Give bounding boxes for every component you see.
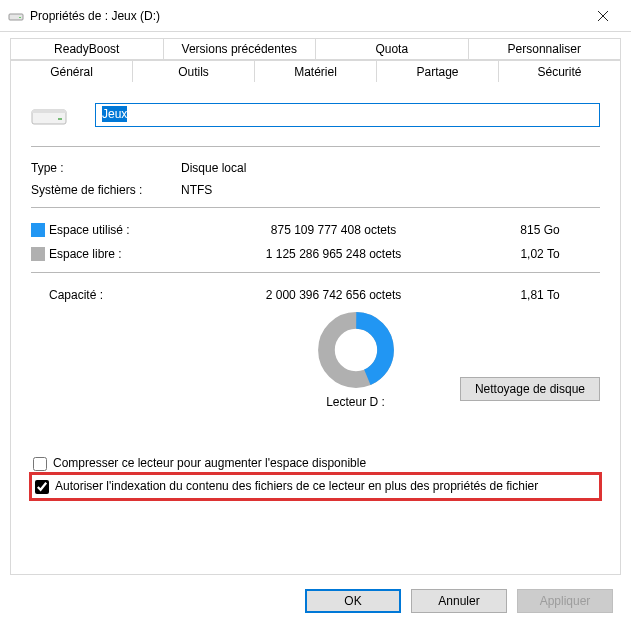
svg-rect-5	[32, 110, 66, 113]
drive-label: Lecteur D :	[326, 395, 385, 409]
svg-rect-1	[19, 17, 21, 18]
title-bar: Propriétés de : Jeux (D:)	[0, 0, 631, 32]
tab-customize[interactable]: Personnaliser	[469, 38, 622, 60]
capacity-bytes: 2 000 396 742 656 octets	[187, 288, 480, 302]
compress-checkbox-row[interactable]: Compresser ce lecteur pour augmenter l'e…	[31, 453, 600, 474]
compress-label: Compresser ce lecteur pour augmenter l'e…	[53, 456, 366, 470]
free-bytes: 1 125 286 965 248 octets	[187, 247, 480, 261]
cancel-button[interactable]: Annuler	[411, 589, 507, 613]
tab-tools[interactable]: Outils	[133, 60, 255, 82]
index-checkbox[interactable]	[35, 480, 49, 494]
filesystem-value: NTFS	[181, 183, 600, 197]
general-pane: Jeux Type : Disque local Système de fich…	[10, 82, 621, 575]
svg-rect-6	[58, 118, 62, 120]
used-human: 815 Go	[480, 223, 600, 237]
type-label: Type :	[31, 161, 181, 175]
divider	[31, 272, 600, 273]
disk-cleanup-button[interactable]: Nettoyage de disque	[460, 377, 600, 401]
drive-icon	[8, 8, 24, 24]
drive-name-value: Jeux	[102, 106, 127, 122]
dialog-footer: OK Annuler Appliquer	[0, 575, 631, 621]
drive-name-input[interactable]: Jeux	[95, 103, 600, 127]
index-checkbox-row[interactable]: Autoriser l'indexation du contenu des fi…	[31, 474, 600, 499]
used-label: Espace utilisé :	[49, 223, 187, 237]
tab-general[interactable]: Général	[10, 60, 133, 82]
capacity-human: 1,81 To	[480, 288, 600, 302]
free-color-swatch	[31, 247, 45, 261]
type-value: Disque local	[181, 161, 600, 175]
divider	[31, 207, 600, 208]
compress-checkbox[interactable]	[33, 457, 47, 471]
free-human: 1,02 To	[480, 247, 600, 261]
tab-previous-versions[interactable]: Versions précédentes	[164, 38, 317, 60]
tab-hardware[interactable]: Matériel	[255, 60, 377, 82]
tab-strip: ReadyBoost Versions précédentes Quota Pe…	[0, 32, 631, 82]
index-label: Autoriser l'indexation du contenu des fi…	[55, 479, 538, 493]
capacity-label: Capacité :	[49, 288, 187, 302]
ok-button[interactable]: OK	[305, 589, 401, 613]
filesystem-label: Système de fichiers :	[31, 183, 181, 197]
free-label: Espace libre :	[49, 247, 187, 261]
drive-icon-large	[31, 102, 67, 128]
used-color-swatch	[31, 223, 45, 237]
usage-donut-chart	[317, 311, 395, 389]
tab-quota[interactable]: Quota	[316, 38, 469, 60]
apply-button: Appliquer	[517, 589, 613, 613]
close-button[interactable]	[581, 1, 625, 31]
window-title: Propriétés de : Jeux (D:)	[30, 9, 581, 23]
tab-sharing[interactable]: Partage	[377, 60, 499, 82]
tab-readyboost[interactable]: ReadyBoost	[10, 38, 164, 60]
divider	[31, 146, 600, 147]
tab-security[interactable]: Sécurité	[499, 60, 621, 82]
used-bytes: 875 109 777 408 octets	[187, 223, 480, 237]
